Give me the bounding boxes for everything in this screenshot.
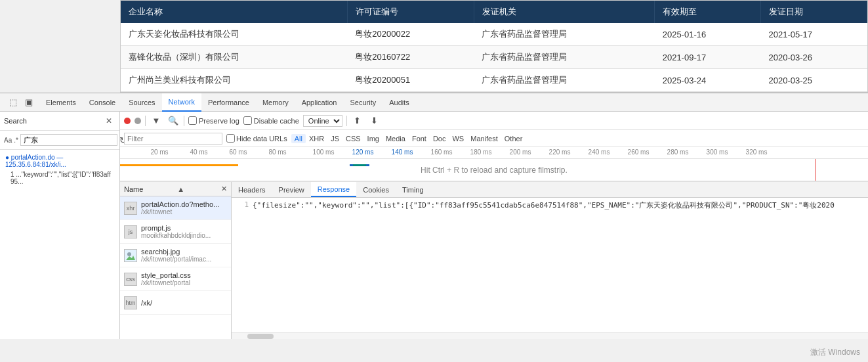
svg-point-1 (127, 252, 131, 256)
filmstrip-message: Hit Ctrl + R to reload and capture films… (421, 166, 568, 175)
timeline-bar-teal (353, 164, 366, 166)
file-type-icon: js (124, 225, 137, 238)
cell-validity: 2025-01-16 (655, 23, 761, 46)
filter-ws-button[interactable]: WS (449, 134, 467, 143)
clear-button[interactable] (134, 118, 141, 124)
tab-console[interactable]: Console (83, 93, 122, 112)
search-input[interactable] (20, 134, 117, 146)
json-text: {"filesize":"","keyword":"","list":[{"ID… (253, 200, 835, 210)
col-header-company: 企业名称 (121, 1, 347, 23)
tick-40ms: 40 ms (190, 148, 207, 156)
filter-icon[interactable]: ▼ (150, 114, 163, 127)
throttle-select[interactable]: Online (303, 115, 342, 127)
list-item[interactable]: xhr portalAction.do?metho... /xk/itownet (120, 196, 231, 220)
cell-issuer: 广东省药品监督管理局 (474, 23, 655, 46)
tab-network[interactable]: Network (162, 93, 201, 112)
devtools-body: Search ✕ Aa .* ↻ ⊘ ● portalAction.do — 1… (0, 112, 868, 339)
tick-180ms: 180 ms (470, 148, 492, 156)
list-item[interactable]: htm /xk/ (120, 291, 231, 315)
cell-license: 粤妆20160722 (347, 46, 474, 69)
table-row: 广州尚兰美业科技有限公司 粤妆20200051 广东省药品监督管理局 2025-… (121, 69, 867, 92)
preserve-log-check[interactable] (188, 116, 197, 125)
tab-cookies[interactable]: Cookies (356, 182, 396, 197)
filter-input[interactable] (124, 133, 222, 145)
tick-120ms: 120 ms (352, 148, 374, 156)
filter-other-button[interactable]: Other (501, 134, 526, 143)
tab-sources[interactable]: Sources (122, 93, 161, 112)
tick-80ms: 80 ms (268, 148, 286, 156)
sort-arrow-icon[interactable]: ▲ (177, 185, 184, 193)
filter-doc-button[interactable]: Doc (430, 134, 449, 143)
tick-280ms: 280 ms (667, 148, 689, 156)
col-header-license: 许可证编号 (347, 1, 474, 23)
request-detail-split: Name ▲ ✕ xhr portalAction.do?metho... /x… (120, 181, 868, 339)
cell-issue-date: 2020-03-25 (761, 69, 867, 92)
tab-preview[interactable]: Preview (272, 182, 311, 197)
file-name: style_portal.css (141, 271, 191, 279)
tick-200ms: 200 ms (510, 148, 531, 156)
filter-font-button[interactable]: Font (409, 134, 430, 143)
list-item[interactable]: css style_portal.css /xk/itownet/portal (120, 267, 231, 291)
disable-cache-check[interactable] (243, 116, 252, 125)
tick-240ms: 240 ms (589, 148, 610, 156)
col-header-validity: 有效期至 (655, 1, 761, 23)
cell-company: 广州尚兰美业科技有限公司 (121, 69, 347, 92)
col-header-issuer: 发证机关 (474, 1, 655, 23)
bullet-icon: ● (5, 154, 11, 161)
hide-data-urls-checkbox[interactable]: Hide data URLs (226, 134, 287, 143)
cell-issuer: 广东省药品监督管理局 (474, 46, 655, 69)
file-info: /xk/ (141, 299, 152, 307)
horizontal-scrollbar-thumb[interactable] (247, 334, 274, 339)
tick-140ms: 140 ms (392, 148, 413, 156)
search-results: ● portalAction.do — 125.35.6.84:81/xk/i.… (0, 150, 119, 339)
tab-memory[interactable]: Memory (256, 93, 295, 112)
timeline-area: 20 ms 40 ms 60 ms 80 ms 100 ms 120 ms 14… (120, 147, 868, 181)
filter-media-button[interactable]: Media (382, 134, 409, 143)
record-button[interactable] (124, 118, 131, 124)
search-result-name[interactable]: ● portalAction.do — 125.35.6.84:81/xk/i.… (0, 152, 119, 170)
filter-css-button[interactable]: CSS (342, 134, 364, 143)
disable-cache-checkbox[interactable]: Disable cache (243, 116, 299, 125)
file-info: style_portal.css /xk/itownet/portal (141, 271, 191, 286)
filter-js-button[interactable]: JS (327, 134, 342, 143)
file-info: portalAction.do?metho... /xk/itownet (141, 200, 219, 215)
file-path: mooikfkahbdckldjindio... (141, 232, 211, 239)
search-network-icon[interactable]: 🔍 (167, 114, 180, 127)
timeline-vertical-line (816, 159, 816, 181)
data-table: 企业名称 许可证编号 发证机关 有效期至 发证日期 广东天姿化妆品科技有限公司 … (121, 1, 867, 92)
file-name: portalAction.do?metho... (141, 200, 219, 208)
screen-icon[interactable]: ▣ (22, 96, 35, 109)
cell-company: 广东天姿化妆品科技有限公司 (121, 23, 347, 46)
tab-elements[interactable]: Elements (39, 93, 83, 112)
preserve-log-checkbox[interactable]: Preserve log (188, 116, 239, 125)
toolbar-separator-2 (184, 116, 184, 126)
tab-audits[interactable]: Audits (382, 93, 416, 112)
search-close-button[interactable]: ✕ (102, 114, 115, 127)
tab-application[interactable]: Application (295, 93, 344, 112)
tab-performance[interactable]: Performance (201, 93, 256, 112)
request-list-header: Name ▲ ✕ (120, 182, 231, 196)
dock-icon[interactable]: ⬚ (7, 96, 20, 109)
upload-icon[interactable]: ⬆ (351, 114, 364, 127)
close-panel-icon[interactable]: ✕ (221, 185, 227, 193)
search-result-content[interactable]: 1 ..."keyword":"","list":[{"ID":"ff83aff… (0, 170, 119, 187)
tab-security[interactable]: Security (343, 93, 382, 112)
list-item[interactable]: js prompt.js mooikfkahbdckldjindio... (120, 220, 231, 244)
file-list-panel: Name ▲ ✕ xhr portalAction.do?metho... /x… (120, 182, 232, 339)
search-bar: Aa .* ↻ ⊘ (0, 131, 119, 150)
tab-response[interactable]: Response (311, 182, 357, 197)
tick-260ms: 260 ms (628, 148, 650, 156)
list-item[interactable]: searchbj.jpg /xk/itownet/portal/imac... (120, 244, 231, 267)
filter-all-button[interactable]: All (291, 134, 306, 143)
hide-data-urls-check[interactable] (226, 134, 235, 143)
horizontal-scrollbar-area[interactable] (232, 332, 868, 339)
json-response-line: 1 {"filesize":"","keyword":"","list":[{"… (236, 200, 864, 210)
tab-timing[interactable]: Timing (396, 182, 430, 197)
cell-validity: 2021-09-17 (655, 46, 761, 69)
tab-headers[interactable]: Headers (232, 182, 272, 197)
filter-img-button[interactable]: Img (364, 134, 382, 143)
tick-60ms: 60 ms (229, 148, 247, 156)
filter-manifest-button[interactable]: Manifest (467, 134, 501, 143)
filter-xhr-button[interactable]: XHR (306, 134, 327, 143)
download-icon[interactable]: ⬇ (368, 114, 381, 127)
